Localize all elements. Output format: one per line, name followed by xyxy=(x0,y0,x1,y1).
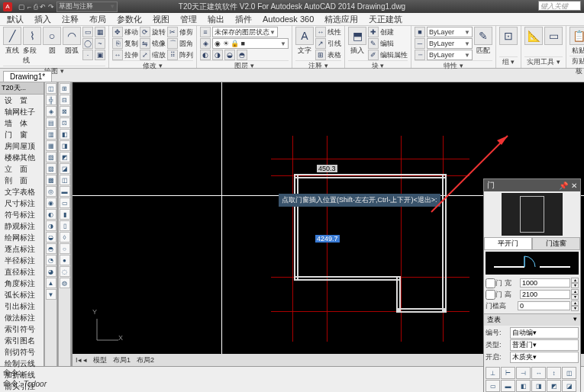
vtool-icon[interactable]: ▦ xyxy=(46,140,56,151)
menu-output[interactable]: 输出 xyxy=(202,14,230,25)
move-icon[interactable]: ✥ xyxy=(112,27,123,37)
dp-mode-icon[interactable]: ⊥ xyxy=(486,367,500,379)
palette-item[interactable]: 索引图名 xyxy=(2,336,42,347)
dp-mode-icon[interactable]: ▬ xyxy=(501,380,515,392)
vtool-icon[interactable]: ▬ xyxy=(60,186,70,197)
close-icon[interactable]: ✕ xyxy=(571,182,577,190)
vtool-icon[interactable]: ▥ xyxy=(46,129,56,140)
height-checkbox[interactable] xyxy=(486,290,495,300)
scale-icon[interactable]: ⤢ xyxy=(140,50,150,60)
array-icon[interactable]: ⠿ xyxy=(167,50,178,60)
vtool-icon[interactable]: ▯ xyxy=(60,220,70,231)
vtool-icon[interactable]: ◍ xyxy=(60,278,70,288)
point-icon[interactable]: · xyxy=(82,50,93,60)
insert-button[interactable]: ⬒插入 xyxy=(348,27,366,56)
menu-default[interactable]: 默认 xyxy=(2,14,29,25)
vtool-icon[interactable]: ◔ xyxy=(46,255,56,265)
door-type-combo[interactable]: 普通门▾ xyxy=(510,339,579,351)
qat-open-icon[interactable]: ⌐ xyxy=(27,3,31,11)
select-button[interactable]: ▭ xyxy=(544,27,563,46)
palette-item[interactable]: 剖 面 xyxy=(2,175,42,187)
menu-apps[interactable]: 精选应用 xyxy=(319,14,363,25)
vtool-icon[interactable]: ▼ xyxy=(46,289,56,300)
palette-item[interactable]: 绘制云线 xyxy=(2,358,42,370)
menu-tangent[interactable]: 天正建筑 xyxy=(363,14,408,25)
vtool-icon[interactable]: ◓ xyxy=(46,243,56,254)
spline-icon[interactable]: ~ xyxy=(95,38,105,49)
lookup-table-section[interactable]: 查表▾ xyxy=(484,313,580,326)
vtool-icon[interactable]: ▭ xyxy=(60,198,70,208)
vtool-icon[interactable]: ◉ xyxy=(46,198,56,208)
layerprops-icon[interactable]: ≡ xyxy=(200,27,211,37)
dp-mode-icon[interactable]: ◫ xyxy=(562,367,576,379)
arc-button[interactable]: ◠圆弧 xyxy=(63,27,81,56)
vtool-icon[interactable]: ◩ xyxy=(60,152,70,162)
qat-new-icon[interactable]: ▢ xyxy=(18,3,25,11)
dim-linear-icon[interactable]: ↔ xyxy=(315,27,326,37)
vtool-icon[interactable]: ◨ xyxy=(60,140,70,151)
region-icon[interactable]: ▣ xyxy=(95,50,105,60)
help-search[interactable]: 键入关键 xyxy=(538,1,581,11)
menu-layout[interactable]: 布局 xyxy=(84,14,111,25)
door-sill-input[interactable]: 0 xyxy=(518,301,570,310)
dp-mode-icon[interactable]: ⊣ xyxy=(516,367,531,379)
text-button[interactable]: A文字 xyxy=(295,27,314,56)
rect-icon[interactable]: ▭ xyxy=(82,27,93,37)
tab-layout2[interactable]: 布局2 xyxy=(137,355,154,365)
spin-up-icon[interactable]: ▴ xyxy=(571,289,579,294)
dp-mode-icon[interactable]: ⊢ xyxy=(501,367,515,379)
door-number-combo[interactable]: 自动编▾ xyxy=(510,327,579,339)
group-button[interactable]: ⊡ xyxy=(499,27,518,46)
palette-item[interactable]: 箭头引注 xyxy=(2,381,42,392)
vtool-icon[interactable]: ◫ xyxy=(60,175,70,185)
vtool-icon[interactable]: ▨ xyxy=(46,163,56,174)
vtool-icon[interactable]: ● xyxy=(60,255,70,265)
palette-item[interactable]: 符号标注 xyxy=(2,210,42,221)
dp-mode-icon[interactable]: ↔ xyxy=(531,367,546,379)
qat-undo-icon[interactable]: ↶ xyxy=(40,3,46,11)
palette-item[interactable]: 弧长标注 xyxy=(2,290,42,301)
color-swatch-icon[interactable]: ■ xyxy=(415,27,425,37)
copy-icon[interactable]: ⎘ xyxy=(112,38,123,49)
lineweight-combo[interactable]: ByLayer▼ xyxy=(427,38,473,49)
door-panel-title[interactable]: 门📌✕ xyxy=(484,179,580,191)
door-plan-thumbnail[interactable] xyxy=(486,252,579,275)
polyline-button[interactable]: ⌇多段线 xyxy=(23,27,41,66)
vtool-icon[interactable]: ◒ xyxy=(46,232,56,243)
vtool-icon[interactable]: ○ xyxy=(60,243,70,254)
trim-icon[interactable]: ✂ xyxy=(167,27,178,37)
vtool-icon[interactable]: ◕ xyxy=(46,266,56,277)
dp-mode-icon[interactable]: ◪ xyxy=(562,380,576,392)
measure-button[interactable]: 📐 xyxy=(524,27,543,46)
ellipse-icon[interactable]: ◯ xyxy=(82,38,93,49)
dp-mode-icon[interactable]: ◨ xyxy=(531,380,546,392)
dp-mode-icon[interactable]: ↕ xyxy=(547,367,561,379)
circle-button[interactable]: ○圆 xyxy=(43,27,61,56)
vtool-icon[interactable]: ◫ xyxy=(46,83,56,94)
vtool-icon[interactable]: ▩ xyxy=(46,175,56,185)
layer-combo[interactable]: ◉ ☀ 🔒 ■▼ xyxy=(212,38,289,49)
door-insert-panel[interactable]: 门📌✕ 平开门 门连窗 门 宽1000▴▾ 门 高2100▴▾ 门槛高0▴▾ 查… xyxy=(483,178,581,392)
menu-annotate[interactable]: 注释 xyxy=(56,14,84,25)
vtool-icon[interactable]: ◑ xyxy=(46,220,56,231)
palette-title[interactable]: T20天... xyxy=(0,82,44,95)
palette-item[interactable]: 轴网柱子 xyxy=(2,107,42,118)
pin-icon[interactable]: 📌 xyxy=(559,182,568,190)
stretch-icon[interactable]: ↔ xyxy=(112,50,123,60)
palette-item[interactable]: 剖切符号 xyxy=(2,347,42,358)
palette-item[interactable]: 尺寸标注 xyxy=(2,198,42,210)
vtool-icon[interactable]: ⊞ xyxy=(60,83,70,94)
vtool-icon[interactable]: ⊟ xyxy=(60,95,70,105)
palette-item[interactable]: 绘网标注 xyxy=(2,233,42,244)
palette-item[interactable]: 楼梯其他 xyxy=(2,153,42,164)
fillet-icon[interactable]: ⌒ xyxy=(167,38,178,49)
palette-item[interactable]: 加折断线 xyxy=(2,370,42,381)
door-width-input[interactable]: 1000 xyxy=(520,278,570,288)
palette-item[interactable]: 角度标注 xyxy=(2,278,42,290)
qat-redo-icon[interactable]: ↷ xyxy=(48,3,54,11)
palette-item[interactable]: 引出标注 xyxy=(2,301,42,313)
palette-item[interactable]: 墙 体 xyxy=(2,118,42,130)
palette-item[interactable]: 做法标注 xyxy=(2,313,42,324)
color-combo[interactable]: ByLayer▼ xyxy=(427,27,473,37)
paste-button[interactable]: 📋粘贴 xyxy=(569,27,584,56)
